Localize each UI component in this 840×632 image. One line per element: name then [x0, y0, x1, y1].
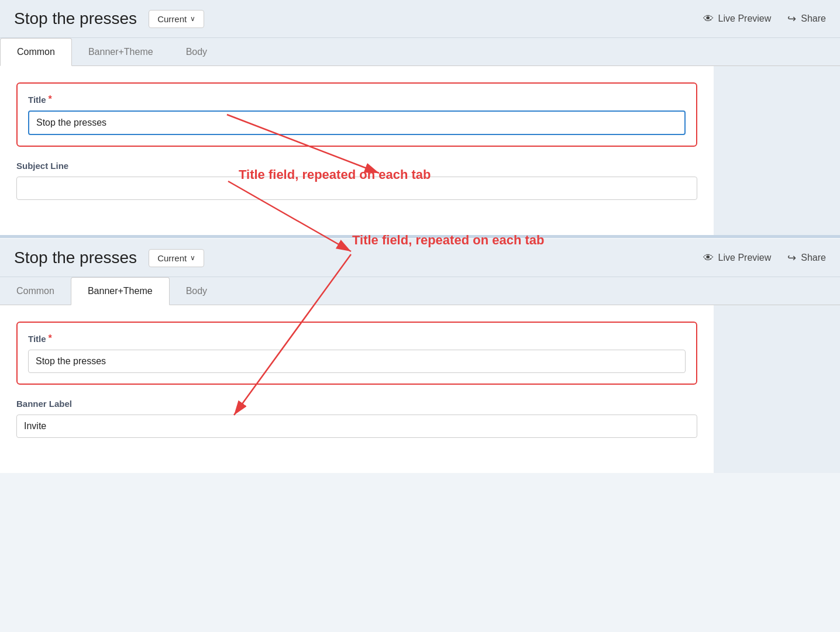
bottom-header: Stop the presses Current ∨ Live Preview …	[0, 239, 840, 277]
bottom-live-preview-button[interactable]: Live Preview	[703, 252, 772, 264]
live-preview-button[interactable]: Live Preview	[703, 13, 772, 25]
title-required-star-top: *	[49, 94, 52, 105]
bottom-share-icon	[787, 251, 796, 264]
share-icon	[787, 12, 796, 25]
title-field-group-bottom: Title *	[28, 333, 686, 373]
bottom-tabs-bar: Common Banner+Theme Body	[0, 277, 840, 305]
chevron-down-icon: ∨	[190, 15, 195, 23]
tab-banner-theme-bottom[interactable]: Banner+Theme	[71, 277, 170, 305]
tab-common-bottom[interactable]: Common	[0, 278, 71, 305]
page-title: Stop the presses	[14, 9, 137, 28]
top-tabs-bar: Common Banner+Theme Body	[0, 38, 840, 66]
bottom-header-actions: Live Preview Share	[703, 251, 826, 264]
banner-label-field-group: Banner Label	[16, 399, 697, 438]
title-label-top: Title *	[28, 94, 686, 105]
title-input-bottom[interactable]	[28, 350, 686, 373]
tab-body-top[interactable]: Body	[170, 39, 223, 65]
title-label-bottom: Title *	[28, 333, 686, 344]
title-required-star-bottom: *	[49, 333, 52, 344]
bottom-live-preview-label: Live Preview	[718, 253, 772, 263]
subject-line-input[interactable]	[16, 177, 697, 200]
top-header: Stop the presses Current ∨ Live Preview …	[0, 0, 840, 38]
banner-label-input[interactable]	[16, 415, 697, 438]
bottom-version-dropdown[interactable]: Current ∨	[149, 249, 204, 267]
title-highlight-box-top: Title *	[16, 82, 697, 147]
share-label: Share	[801, 13, 826, 24]
top-panel: Stop the presses Current ∨ Live Preview …	[0, 0, 840, 238]
bottom-version-label: Current	[157, 253, 187, 263]
bottom-page-title: Stop the presses	[14, 248, 137, 267]
tab-common-top[interactable]: Common	[0, 38, 72, 66]
version-dropdown[interactable]: Current ∨	[149, 10, 204, 28]
title-field-group-top: Title *	[28, 94, 686, 135]
bottom-share-button[interactable]: Share	[787, 251, 826, 264]
bottom-chevron-down-icon: ∨	[190, 254, 195, 262]
title-highlight-box-bottom: Title *	[16, 322, 697, 385]
title-input-top[interactable]	[28, 110, 686, 135]
banner-label-label: Banner Label	[16, 399, 697, 409]
share-button[interactable]: Share	[787, 12, 826, 25]
bottom-content-area: Title * Banner Label	[0, 305, 714, 473]
live-preview-label: Live Preview	[718, 13, 772, 24]
tab-banner-theme-top[interactable]: Banner+Theme	[72, 39, 170, 65]
bottom-share-label: Share	[801, 253, 826, 263]
tab-body-bottom[interactable]: Body	[170, 278, 223, 305]
version-label: Current	[157, 14, 187, 24]
eye-icon	[703, 13, 714, 25]
full-layout: Stop the presses Current ∨ Live Preview …	[0, 0, 840, 473]
header-actions: Live Preview Share	[703, 12, 826, 25]
bottom-eye-icon	[703, 252, 714, 264]
bottom-panel: Stop the presses Current ∨ Live Preview …	[0, 239, 840, 473]
subject-line-field-group: Subject Line	[16, 161, 697, 200]
top-content-area: Title * Subject Line	[0, 66, 714, 235]
subject-line-label: Subject Line	[16, 161, 697, 171]
